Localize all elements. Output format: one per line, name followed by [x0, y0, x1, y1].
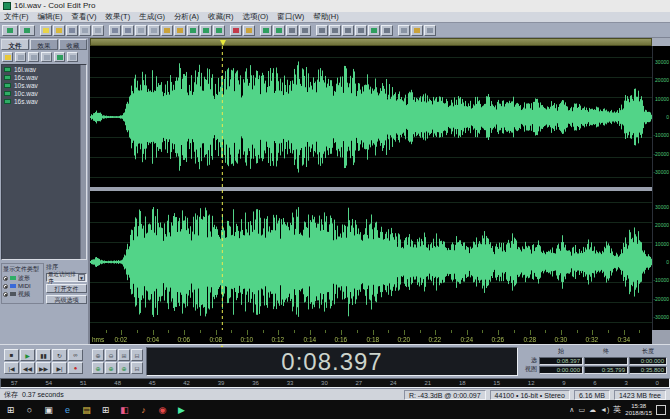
menu-item[interactable]: 窗口(W) [277, 12, 304, 22]
multitrack-view-button[interactable] [19, 25, 35, 36]
stop-button[interactable]: ■ [4, 349, 19, 361]
checkbox-视频[interactable] [3, 292, 8, 297]
start-button[interactable]: ⊞ [4, 403, 17, 416]
organizer-effects-button[interactable] [54, 52, 65, 62]
action-center-icon[interactable] [656, 405, 666, 415]
taskbar-clock[interactable]: 15:382018/8/15 [625, 403, 652, 417]
options-button[interactable] [398, 25, 410, 36]
checkbox-MIDI[interactable] [3, 284, 8, 289]
waveform-display[interactable] [90, 38, 652, 344]
menu-item[interactable]: 生成(G) [139, 12, 165, 22]
list-item[interactable]: 16l.wav [2, 65, 86, 73]
cut-button[interactable] [135, 25, 147, 36]
photos-icon[interactable]: ◧ [118, 403, 131, 416]
file-info-button[interactable] [92, 25, 104, 36]
save-file-button[interactable] [66, 25, 78, 36]
organizer-tab-效果[interactable]: 效果 [30, 39, 58, 50]
tray-display-icon[interactable]: ▭ [578, 406, 585, 414]
go-to-start-button[interactable]: |◀ [4, 362, 19, 374]
copy-button[interactable] [148, 25, 160, 36]
waveform-view-button[interactable] [2, 25, 18, 36]
window-organizer-button[interactable] [316, 25, 328, 36]
trim-button[interactable] [187, 25, 199, 36]
checkbox-波形[interactable] [3, 276, 8, 281]
zoom-to-selection-button[interactable]: ⊕ [92, 362, 104, 374]
organizer-open-button[interactable] [2, 52, 13, 62]
tray-cloud-icon[interactable]: ☁ [589, 406, 596, 414]
zoom-out-button[interactable]: ⊖ [105, 349, 117, 361]
loop-button[interactable]: ∞ [68, 349, 83, 361]
redo-button[interactable] [122, 25, 134, 36]
music-icon[interactable]: ♪ [137, 403, 150, 416]
undo-button[interactable] [109, 25, 121, 36]
menu-item[interactable]: 文件(F) [4, 12, 29, 22]
menu-item[interactable]: 帮助(H) [313, 12, 338, 22]
scripts-button[interactable] [411, 25, 423, 36]
menu-item[interactable]: 收藏(R) [208, 12, 233, 22]
play-looped-button[interactable]: ↻ [52, 349, 67, 361]
file-explorer-icon[interactable]: ▤ [80, 403, 93, 416]
play-list-button[interactable] [273, 25, 285, 36]
organizer-help-button[interactable] [67, 52, 78, 62]
frequency-analysis-button[interactable] [286, 25, 298, 36]
marker-button[interactable] [230, 25, 242, 36]
window-meter-button[interactable] [381, 25, 393, 36]
level-meter[interactable]: 575451484542393633302724211815129630 [0, 378, 670, 388]
menu-item[interactable]: 编辑(E) [38, 12, 63, 22]
list-item[interactable]: 10c.wav [2, 89, 86, 97]
delete-button[interactable] [200, 25, 212, 36]
advanced-options-button[interactable]: 高级选项 [46, 295, 87, 304]
waveform-canvas[interactable] [90, 46, 652, 330]
zoom-vertical-out-button[interactable]: ⊟ [131, 362, 143, 374]
go-to-end-button[interactable]: ▶| [52, 362, 67, 374]
help-toolbar-button[interactable] [424, 25, 436, 36]
zoom-sel-left-button[interactable]: ⊕ [105, 362, 117, 374]
browser-icon[interactable]: ◉ [156, 403, 169, 416]
edge-icon[interactable]: e [61, 403, 74, 416]
cortana-search-icon[interactable]: ○ [23, 403, 36, 416]
menu-item[interactable]: 分析(A) [174, 12, 199, 22]
organizer-edit-button[interactable] [41, 52, 52, 62]
fast-forward-button[interactable]: ▶▶ [36, 362, 51, 374]
chevron-down-icon[interactable]: ▼ [78, 274, 85, 281]
timeline-ruler[interactable] [90, 330, 652, 344]
organizer-insert-button[interactable] [28, 52, 39, 62]
scrub-button[interactable] [243, 25, 255, 36]
zoom-vertical-in-button[interactable]: ⊟ [131, 349, 143, 361]
file-close-button[interactable] [79, 25, 91, 36]
menu-item[interactable]: 查看(V) [72, 12, 97, 22]
wave-scrollbar[interactable] [90, 38, 652, 46]
sort-dropdown[interactable]: 最近访问排序 ▼ [46, 273, 87, 282]
organizer-close-button[interactable] [15, 52, 26, 62]
menu-item[interactable]: 效果(T) [106, 12, 131, 22]
file-list-scrollbar[interactable] [80, 65, 86, 259]
play-button[interactable]: ▶ [20, 349, 35, 361]
window-time-button[interactable] [355, 25, 367, 36]
file-list[interactable]: 16l.wav16c.wav10s.wav10c.wav16s.wav [1, 64, 87, 260]
pause-button[interactable]: ▮▮ [36, 349, 51, 361]
paste-button[interactable] [161, 25, 173, 36]
ime-indicator[interactable]: 英 [613, 404, 621, 415]
window-transport-button[interactable] [329, 25, 341, 36]
media-player-icon[interactable]: ▶ [175, 403, 188, 416]
tray-volume-icon[interactable]: ◄) [600, 406, 609, 413]
list-item[interactable]: 10s.wav [2, 81, 86, 89]
store-icon[interactable]: ⊞ [99, 403, 112, 416]
phase-analysis-button[interactable] [299, 25, 311, 36]
organizer-tab-文件[interactable]: 文件 [1, 39, 29, 50]
convert-button[interactable] [213, 25, 225, 36]
window-selview-button[interactable] [368, 25, 380, 36]
organizer-tab-收藏[interactable]: 收藏 [59, 39, 87, 50]
mix-paste-button[interactable] [174, 25, 186, 36]
window-zoom-button[interactable] [342, 25, 354, 36]
open-file-button[interactable]: 打开文件 [46, 284, 87, 293]
zoom-sel-right-button[interactable]: ⊕ [118, 362, 130, 374]
record-button[interactable]: ● [68, 362, 83, 374]
rewind-button[interactable]: ◀◀ [20, 362, 35, 374]
zoom-full-button[interactable]: ⊞ [118, 349, 130, 361]
list-item[interactable]: 16c.wav [2, 73, 86, 81]
menu-item[interactable]: 选项(O) [242, 12, 268, 22]
open-file-button[interactable] [53, 25, 65, 36]
zoom-in-button[interactable]: ⊕ [92, 349, 104, 361]
list-item[interactable]: 16s.wav [2, 97, 86, 105]
